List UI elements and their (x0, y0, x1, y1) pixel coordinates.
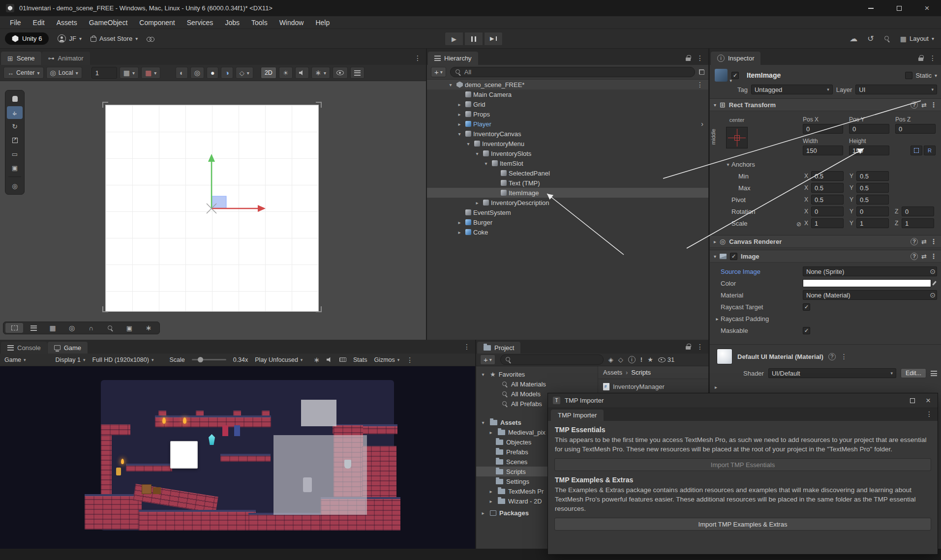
presets-icon[interactable] (921, 253, 927, 260)
anchor-max-y-field[interactable]: 0.5 (856, 183, 889, 193)
foldout-arrow-icon[interactable] (714, 254, 716, 259)
camera-settings-button[interactable] (350, 67, 364, 79)
canvas-renderer-header[interactable]: Canvas Renderer (710, 235, 941, 248)
presets-icon[interactable] (921, 238, 927, 245)
kebab-menu-icon[interactable] (414, 54, 421, 62)
anchor-max-x-field[interactable]: 0.5 (811, 183, 844, 193)
unity-version-badge[interactable]: Unity 6 (5, 32, 49, 45)
pivot-mode-dropdown[interactable]: Center (3, 67, 44, 79)
tab-game[interactable]: Game (48, 342, 88, 354)
resolution-dropdown[interactable]: Full HD (1920x1080) (92, 356, 154, 363)
hierarchy-item[interactable]: Main Camera (427, 89, 708, 99)
import-tmp-examples-button[interactable]: Import TMP Examples & Extras (554, 518, 931, 531)
tag-dropdown[interactable]: Untagged (751, 85, 833, 94)
menu-edit[interactable]: Edit (27, 16, 51, 29)
cloud-icon[interactable] (850, 34, 857, 43)
graph-overlay-button[interactable] (140, 323, 157, 333)
step-button[interactable] (484, 32, 503, 46)
snap-button[interactable] (82, 323, 100, 333)
version-control-button[interactable] (147, 36, 154, 41)
tab-animator[interactable]: Animator (42, 52, 90, 65)
gameobject-3d-icon[interactable] (715, 69, 728, 82)
pos-y-field[interactable]: 0 (849, 124, 889, 134)
anchors-foldout[interactable]: Anchors (710, 158, 941, 170)
kebab-menu-icon[interactable] (841, 353, 848, 360)
play-focus-dropdown[interactable]: Play Unfocused (255, 356, 303, 363)
hierarchy-item[interactable]: EventSystem (427, 207, 708, 217)
menu-help[interactable]: Help (309, 16, 335, 29)
expand-arrow-icon[interactable] (479, 372, 487, 377)
display-dropdown[interactable]: Display 1 (56, 356, 86, 363)
game-viewport[interactable] (0, 366, 475, 549)
kebab-menu-icon[interactable] (697, 54, 703, 62)
favorites-star-icon[interactable] (647, 356, 653, 363)
help-icon[interactable] (828, 353, 836, 360)
maskable-checkbox[interactable] (803, 327, 810, 334)
maximize-icon[interactable] (910, 398, 915, 403)
pivot-x-field[interactable]: 0.5 (811, 195, 844, 205)
sprite-packer-icon[interactable] (608, 356, 613, 363)
project-search-input[interactable] (500, 354, 604, 365)
asset-store-dropdown[interactable]: Asset Store (91, 35, 138, 42)
scale-z-field[interactable]: 1 (902, 218, 934, 228)
scene-visibility-button[interactable] (333, 67, 348, 79)
search-icon[interactable] (884, 35, 890, 42)
expand-arrow-icon[interactable] (447, 82, 455, 88)
expand-arrow-icon[interactable] (487, 499, 495, 504)
hierarchy-item[interactable]: Grid (427, 99, 708, 109)
stats-button[interactable]: Stats (353, 356, 367, 363)
expand-arrow-icon[interactable] (479, 420, 487, 425)
expand-arrow-icon[interactable] (487, 430, 495, 435)
kebab-menu-icon[interactable] (929, 54, 936, 62)
expand-arrow-icon[interactable] (473, 200, 481, 206)
move-tool-button[interactable] (7, 106, 23, 119)
asset-file-item[interactable]: InventoryManager (598, 381, 708, 392)
lighting-toggle-button[interactable] (279, 67, 293, 79)
active-checkbox[interactable] (731, 72, 739, 79)
cube-overlay-button[interactable] (121, 323, 138, 333)
menu-gameobject[interactable]: GameObject (83, 16, 134, 29)
expand-arrow-icon[interactable] (455, 102, 463, 107)
favorites-item[interactable]: All Materials (476, 379, 598, 389)
prefab-open-chevron-icon[interactable] (701, 120, 703, 128)
scale-tool-button[interactable] (7, 134, 23, 147)
info-icon[interactable] (628, 356, 636, 363)
static-checkbox[interactable] (905, 72, 912, 79)
effects-dropdown[interactable] (311, 67, 331, 79)
2d-toggle-button[interactable]: 2D (261, 67, 276, 79)
kebab-menu-icon[interactable] (697, 81, 703, 88)
help-icon[interactable] (911, 238, 918, 245)
maximize-button[interactable] (885, 0, 913, 16)
scale-slider[interactable] (192, 359, 226, 360)
create-object-button[interactable] (431, 67, 446, 77)
material-thumbnail[interactable] (717, 349, 732, 364)
lock-icon[interactable] (918, 55, 923, 61)
audio-toggle-button[interactable] (295, 67, 309, 79)
menu-services[interactable]: Services (181, 16, 219, 29)
kebab-menu-icon[interactable] (697, 343, 703, 351)
kebab-menu-icon[interactable] (930, 237, 937, 245)
rotation-z-field[interactable]: 0 (902, 206, 934, 216)
link-scale-icon[interactable] (796, 221, 801, 228)
component-enabled-checkbox[interactable] (730, 253, 737, 260)
height-field[interactable]: 150 (849, 146, 889, 155)
color-swatch[interactable] (803, 279, 931, 287)
scale-slider-knob[interactable] (198, 357, 203, 362)
expand-arrow-icon[interactable] (455, 121, 463, 127)
gizmos-dropdown[interactable]: Gizmos (374, 356, 399, 363)
help-icon[interactable] (911, 101, 918, 109)
create-asset-button[interactable] (480, 354, 495, 365)
shader-dropdown[interactable]: UI/Default (768, 368, 896, 378)
rotation-x-field[interactable]: 0 (811, 206, 844, 216)
object-picker-icon[interactable] (930, 267, 936, 275)
orientation-mode-dropdown[interactable]: Local (46, 67, 82, 79)
tab-project[interactable]: Project (477, 342, 520, 354)
view-tool-button[interactable] (7, 92, 23, 105)
breadcrumb-root[interactable]: Assets (603, 369, 622, 376)
hierarchy-item[interactable]: Coke (427, 227, 708, 237)
label-icon[interactable] (618, 356, 623, 363)
gameobject-name[interactable]: ItemImage (747, 71, 781, 79)
scale-y-field[interactable]: 1 (856, 218, 889, 228)
hierarchy-item-player[interactable]: Player (427, 119, 708, 129)
wireframe-button[interactable] (190, 67, 204, 79)
